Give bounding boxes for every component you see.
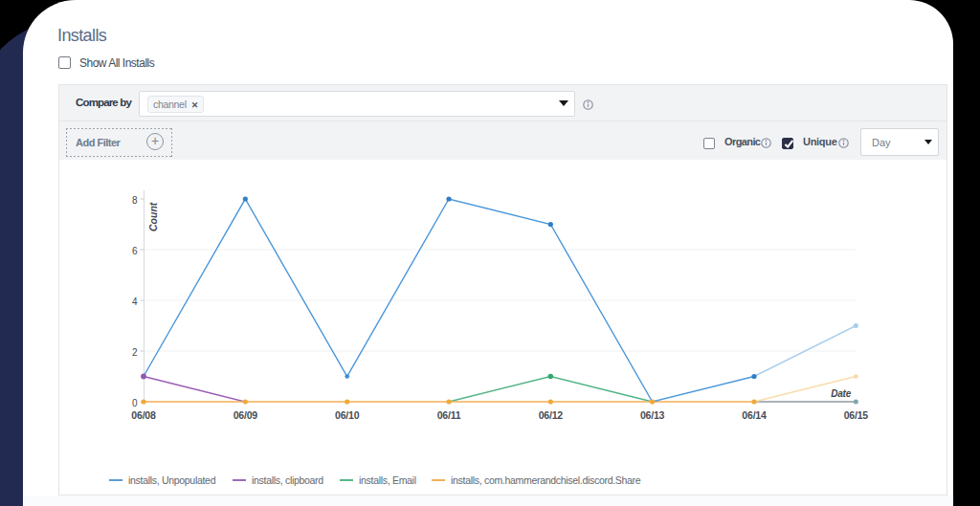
- svg-text:06/10: 06/10: [335, 409, 360, 421]
- svg-text:06/13: 06/13: [640, 409, 665, 421]
- svg-text:4: 4: [132, 297, 138, 307]
- svg-text:06/09: 06/09: [234, 409, 258, 421]
- svg-text:06/11: 06/11: [437, 409, 461, 421]
- svg-text:Date: Date: [831, 388, 852, 399]
- svg-text:2: 2: [132, 347, 138, 358]
- svg-text:6: 6: [132, 246, 138, 256]
- svg-text:Count: Count: [147, 202, 159, 231]
- svg-text:06/08: 06/08: [131, 409, 156, 421]
- svg-text:06/14: 06/14: [742, 409, 767, 421]
- svg-text:8: 8: [132, 195, 138, 206]
- svg-text:06/15: 06/15: [844, 409, 869, 421]
- svg-text:0: 0: [132, 398, 138, 408]
- svg-text:06/12: 06/12: [539, 409, 564, 421]
